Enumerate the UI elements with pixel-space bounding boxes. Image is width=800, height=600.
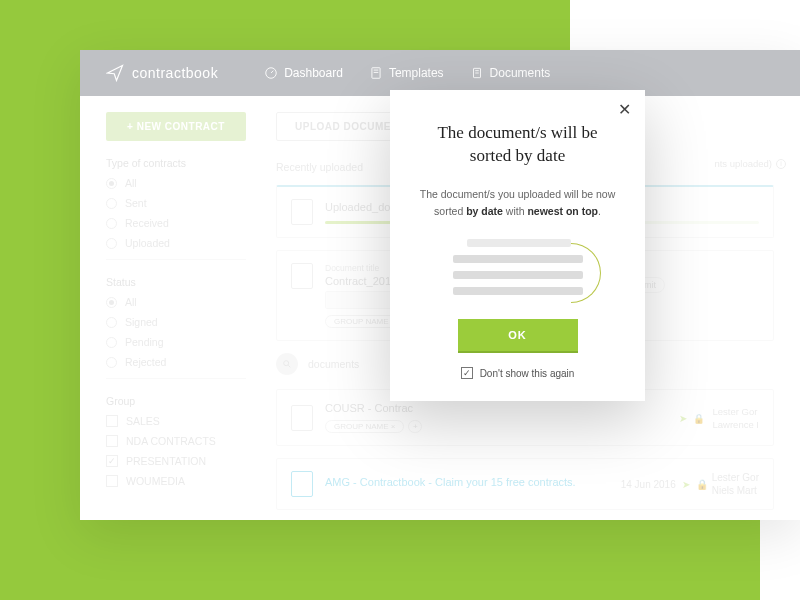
template-icon — [369, 66, 383, 80]
group-label: Group — [106, 395, 246, 407]
group-sales[interactable]: SALES — [106, 415, 246, 427]
sidebar: + NEW CONTRACT Type of contracts All Sen… — [106, 112, 246, 504]
logo[interactable]: contractbook — [106, 64, 218, 82]
status-all[interactable]: All — [106, 296, 246, 308]
type-all[interactable]: All — [106, 177, 246, 189]
nav-templates[interactable]: Templates — [369, 66, 444, 80]
nav-templates-label: Templates — [389, 66, 444, 80]
card-action-icons[interactable]: ➤🔒 — [682, 479, 706, 489]
party-name: Lester Gor — [712, 472, 759, 483]
type-sent[interactable]: Sent — [106, 197, 246, 209]
doc4-date: 14 Jun 2016 — [621, 479, 676, 490]
nav-documents[interactable]: Documents — [470, 66, 551, 80]
dont-show-again-toggle[interactable]: ✓ Don't show this again — [416, 367, 619, 379]
doc3-title: COUSR - Contrac — [325, 402, 667, 414]
documents-icon — [470, 66, 484, 80]
party-name: Niels Mart — [712, 485, 759, 496]
gauge-icon — [264, 66, 278, 80]
search-icon — [282, 359, 292, 369]
ok-button[interactable]: OK — [458, 319, 578, 353]
modal-title: The document/s will be sorted by date — [416, 122, 619, 168]
top-nav: Dashboard Templates Documents — [264, 66, 550, 80]
sort-info-modal: ✕ The document/s will be sorted by date … — [390, 90, 645, 401]
type-received[interactable]: Received — [106, 217, 246, 229]
type-label: Type of contracts — [106, 157, 246, 169]
status-rejected[interactable]: Rejected — [106, 356, 246, 368]
add-group-chip[interactable]: + — [408, 420, 422, 433]
nav-dashboard[interactable]: Dashboard — [264, 66, 343, 80]
checkbox-icon: ✓ — [461, 367, 473, 379]
upload-count-hint: nts uploaded) i — [714, 158, 786, 169]
party-name: Lester Gor — [713, 406, 759, 417]
card-action-icons[interactable]: ➤🔒 — [679, 413, 703, 423]
new-contract-button[interactable]: + NEW CONTRACT — [106, 112, 246, 141]
status-label: Status — [106, 276, 246, 288]
doc4-title: AMG - Contractbook - Claim your 15 free … — [325, 476, 609, 488]
file-icon — [291, 405, 313, 431]
info-icon[interactable]: i — [776, 159, 786, 169]
group-woumedia[interactable]: WOUMEDIA — [106, 475, 246, 487]
file-icon — [291, 263, 313, 289]
group-chip[interactable]: GROUP NAME × — [325, 420, 404, 433]
type-uploaded[interactable]: Uploaded — [106, 237, 246, 249]
sort-illustration — [453, 239, 583, 295]
group-nda[interactable]: NDA CONTRACTS — [106, 435, 246, 447]
svg-point-3 — [284, 361, 289, 366]
status-pending[interactable]: Pending — [106, 336, 246, 348]
search-placeholder: documents — [308, 358, 359, 370]
brand-text: contractbook — [132, 65, 218, 81]
status-signed[interactable]: Signed — [106, 316, 246, 328]
close-icon[interactable]: ✕ — [618, 102, 631, 118]
file-icon — [291, 471, 313, 497]
dont-show-label: Don't show this again — [480, 368, 575, 379]
modal-body: The document/s you uploaded will be now … — [416, 186, 619, 220]
svg-rect-1 — [372, 68, 380, 79]
search-button[interactable] — [276, 353, 298, 375]
paper-plane-icon — [106, 64, 124, 82]
nav-documents-label: Documents — [490, 66, 551, 80]
party-name: Lawrence I — [713, 419, 759, 430]
document-card-amg[interactable]: AMG - Contractbook - Claim your 15 free … — [276, 458, 774, 510]
file-icon — [291, 199, 313, 225]
nav-dashboard-label: Dashboard — [284, 66, 343, 80]
group-presentation[interactable]: PRESENTATION — [106, 455, 246, 467]
